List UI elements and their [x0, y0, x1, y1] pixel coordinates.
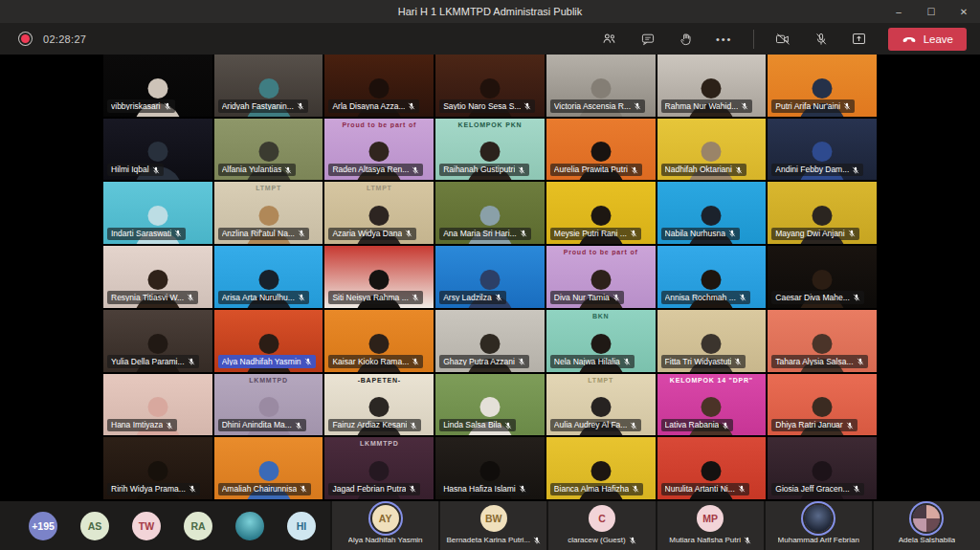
- participant-name: Arla Disayna Azza...: [332, 102, 405, 111]
- participant-name-label: Andini Febby Dam...: [771, 164, 863, 177]
- video-tile[interactable]: Fitta Tri Widyastuti: [657, 310, 767, 372]
- participant-name: Aulia Audrey Al Fa...: [554, 421, 628, 429]
- video-tile[interactable]: LTMPTAnzlina Rif'atul Na...: [214, 182, 323, 244]
- video-tile[interactable]: Annisa Rochmah ...: [657, 246, 767, 308]
- tile-decor-text: Proud to be part of: [546, 249, 656, 255]
- video-tile[interactable]: Yulia Della Parami...: [103, 310, 212, 372]
- video-tile[interactable]: Victoria Ascensia R...: [546, 55, 656, 117]
- video-tile[interactable]: Proud to be part ofDiva Nur Tamia: [546, 246, 656, 308]
- video-tile[interactable]: Alya Nadhifah Yasmin: [214, 310, 323, 372]
- leave-button[interactable]: Leave: [888, 28, 967, 51]
- video-tile[interactable]: Hana Imtiyaza: [103, 374, 212, 436]
- participant-avatar[interactable]: [235, 512, 264, 540]
- video-tile[interactable]: Saytio Naro Sesa S...: [435, 55, 545, 117]
- video-tile[interactable]: Indarti Saraswati: [103, 182, 212, 244]
- participant-name: Nurulita Artanti Ni...: [665, 485, 735, 494]
- video-tile[interactable]: LTMPTAulia Audrey Al Fa...: [546, 374, 656, 436]
- video-tile[interactable]: Aurelia Prawita Putri: [546, 119, 656, 181]
- video-tile[interactable]: Kaisar Kioko Rama...: [324, 310, 434, 372]
- participant-name: Saytio Naro Sesa S...: [443, 102, 521, 111]
- video-tile[interactable]: Proud to be part ofRaden Altasya Ren...: [324, 119, 434, 181]
- participant-avatar[interactable]: [913, 505, 940, 532]
- participant-name: Nela Najwa Hilalia: [554, 358, 620, 366]
- video-tile[interactable]: LKMMTPDDhini Anindita Ma...: [214, 374, 323, 436]
- video-tile[interactable]: Resynia Titiasvi W...: [103, 246, 212, 308]
- tile-decor-text: -BAPETEN-: [324, 377, 434, 384]
- participant-cell[interactable]: Cclaracew (Guest): [546, 501, 655, 550]
- video-tile[interactable]: Dhiya Ratri Januar: [768, 374, 877, 436]
- video-tile[interactable]: Arisa Arta Nurulhu...: [214, 246, 323, 308]
- participant-name-label: Linda Salsa Bila: [439, 419, 516, 432]
- participant-cell[interactable]: AYAlya Nadhifah Yasmin: [330, 501, 438, 550]
- video-tile[interactable]: Meysie Putri Rani ...: [546, 182, 656, 244]
- video-tile[interactable]: Putri Arifa Nur'aini: [768, 55, 877, 117]
- video-tile[interactable]: KELOMPOK 14 "DPR"Lativa Rabania: [657, 374, 767, 436]
- participant-avatar[interactable]: [805, 505, 832, 532]
- video-tile[interactable]: Mayang Dwi Anjani: [768, 182, 877, 244]
- participant-name: Hilmi Iqbal: [111, 165, 149, 174]
- video-tile[interactable]: Nadhifah Oktariani: [657, 119, 767, 181]
- video-tile[interactable]: Caesar Diva Mahe...: [768, 246, 877, 308]
- participant-name-label: Rahma Nur Wahid...: [661, 99, 753, 113]
- more-options-icon[interactable]: •••: [715, 30, 734, 49]
- participant-cell[interactable]: Adela Salshabila: [872, 501, 980, 550]
- participant-name: Linda Salsa Bila: [443, 421, 501, 429]
- video-tile[interactable]: Giosia Jeff Gracen...: [768, 437, 877, 499]
- raise-hand-icon[interactable]: [677, 30, 696, 49]
- participant-avatar[interactable]: BW: [480, 505, 507, 532]
- video-tile[interactable]: Hilmi Iqbal: [103, 119, 212, 181]
- video-tile[interactable]: KELOMPOK PKNRaihanah Gustiputri: [435, 119, 545, 181]
- participant-avatar[interactable]: HI: [287, 512, 316, 540]
- chat-icon[interactable]: [638, 30, 657, 49]
- participant-avatar[interactable]: MP: [697, 505, 724, 532]
- video-tile[interactable]: Nurulita Artanti Ni...: [657, 437, 767, 499]
- participants-icon[interactable]: [600, 30, 619, 49]
- share-screen-icon[interactable]: [850, 30, 869, 49]
- participant-avatar[interactable]: AS: [80, 512, 109, 540]
- participant-name-label: Hana Imtiyaza: [107, 419, 177, 432]
- video-tile[interactable]: LKMMTPDJagad Febrian Putra: [324, 437, 434, 499]
- video-tile[interactable]: Tahara Alysia Salsa...: [768, 310, 877, 372]
- participant-name: Andini Febby Dam...: [775, 165, 849, 174]
- video-tile[interactable]: Bianca Alma Hafizha: [546, 437, 656, 499]
- video-tile[interactable]: Aridyah Fastyanin...: [214, 55, 323, 117]
- participant-cell[interactable]: MPMutiara Nafisha Putri: [656, 501, 764, 550]
- minimize-button[interactable]: –: [882, 0, 915, 23]
- video-tile[interactable]: Hasna Hafiza Islami: [435, 437, 545, 499]
- participant-name: Anzlina Rif'atul Na...: [222, 230, 295, 238]
- leave-button-label: Leave: [924, 33, 953, 45]
- participant-cell[interactable]: Muhammad Arif Febrian: [764, 501, 872, 550]
- participant-avatar[interactable]: C: [589, 505, 615, 532]
- video-tile[interactable]: Arsy Ladzilza: [435, 246, 545, 308]
- mic-off-icon[interactable]: [812, 30, 831, 49]
- video-tile[interactable]: Andini Febby Dam...: [768, 119, 877, 181]
- participant-avatar[interactable]: RA: [184, 512, 212, 540]
- video-tile[interactable]: vibbyriskasari: [103, 55, 212, 117]
- video-tile[interactable]: Linda Salsa Bila: [435, 374, 545, 436]
- video-tile[interactable]: Alfania Yulantias: [214, 119, 323, 181]
- video-tile[interactable]: Ghazy Putra Azzani: [435, 310, 545, 372]
- video-tile[interactable]: Ana Maria Sri Hari...: [435, 182, 545, 244]
- close-button[interactable]: ✕: [947, 0, 980, 23]
- participant-name: Ririh Widya Prama...: [111, 485, 186, 494]
- avatar-initials: RA: [190, 520, 205, 532]
- mic-muted-icon: [152, 166, 160, 174]
- video-tile[interactable]: -BAPETEN-Fairuz Ardiaz Kesani: [324, 374, 434, 436]
- video-tile[interactable]: Ririh Widya Prama...: [103, 437, 212, 499]
- mic-muted-icon: [853, 485, 860, 493]
- camera-off-icon[interactable]: [773, 30, 792, 49]
- video-tile[interactable]: LTMPTAzaria Widya Dana: [324, 182, 434, 244]
- participant-avatar[interactable]: AY: [372, 505, 399, 532]
- video-tile[interactable]: Rahma Nur Wahid...: [657, 55, 767, 117]
- participant-name-label: Kaisar Kioko Rama...: [328, 355, 423, 368]
- video-tile[interactable]: Amaliah Chairunnisa: [214, 437, 323, 499]
- maximize-button[interactable]: ☐: [915, 0, 947, 23]
- video-tile[interactable]: Nabila Nurhusna: [657, 182, 767, 244]
- video-tile[interactable]: BKNNela Najwa Hilalia: [546, 310, 656, 372]
- overflow-count-badge[interactable]: +195: [29, 512, 57, 540]
- video-grid: vibbyriskasariAridyah Fastyanin...Arla D…: [103, 55, 877, 499]
- video-tile[interactable]: Arla Disayna Azza...: [324, 55, 434, 117]
- video-tile[interactable]: Siti Neisya Rahma ...: [324, 246, 434, 308]
- participant-avatar[interactable]: TW: [132, 512, 161, 540]
- participant-cell[interactable]: BWBernadeta Karina Putri...: [438, 501, 546, 550]
